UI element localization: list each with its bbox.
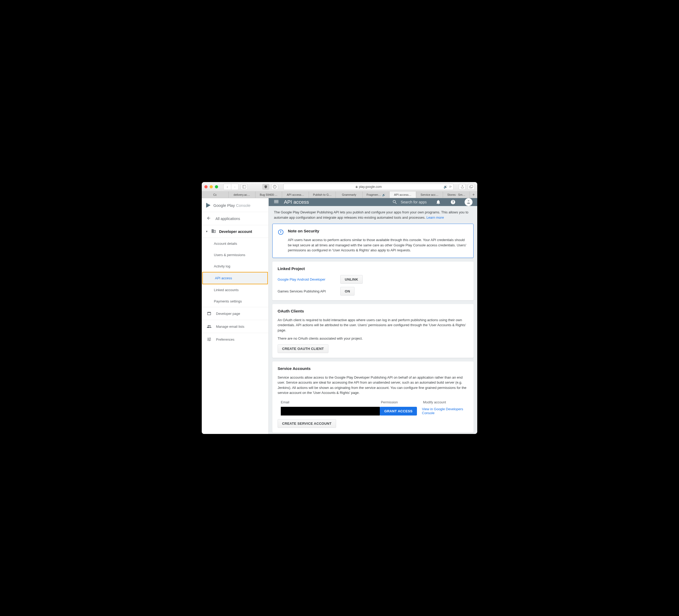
browser-tab[interactable]: Bug 59400:…	[256, 191, 282, 198]
help-icon[interactable]	[450, 199, 456, 205]
browser-tabstrip: Cc delivery.ac… Bug 59400:… API access… …	[202, 191, 477, 198]
people-icon	[206, 324, 212, 329]
svg-rect-7	[471, 185, 473, 187]
tune-icon	[206, 337, 212, 342]
col-permission: Permission	[381, 400, 423, 404]
intro-text: The Google Play Developer Publishing API…	[269, 206, 477, 224]
browser-tab[interactable]: Fragmen…🔊	[363, 191, 390, 198]
safari-window: ‹ › play.google.com 🔊 ⟳	[202, 182, 477, 434]
share-button[interactable]	[459, 184, 466, 190]
sidebar-item-linked-accounts[interactable]: Linked accounts	[202, 284, 268, 296]
service-accounts-card: Service Accounts Service accounts allow …	[272, 362, 474, 433]
address-bar[interactable]: play.google.com 🔊 ⟳	[283, 184, 454, 190]
reload-icon[interactable]: ⟳	[449, 185, 452, 189]
browser-tab[interactable]: Stores · Sm…	[443, 191, 470, 198]
sound-icon[interactable]: 🔊	[444, 185, 448, 189]
app-bar: API access Search for apps	[269, 198, 477, 206]
back-arrow-icon	[206, 216, 211, 221]
main-area: API access Search for apps The Google Pl…	[269, 198, 477, 434]
traffic-lights	[204, 185, 218, 188]
menu-icon[interactable]	[273, 199, 279, 206]
svg-point-11	[467, 201, 468, 202]
minimize-window-button[interactable]	[209, 185, 213, 188]
console-sidebar: Google Play Console All applications ▼ D…	[202, 198, 269, 434]
linked-project-link[interactable]: Google Play Android Developer	[278, 277, 340, 281]
service-account-row: Grant Access View in Google Developers C…	[278, 407, 468, 419]
create-oauth-client-button[interactable]: Create OAuth Client	[278, 344, 328, 353]
browser-tab[interactable]: Cc	[202, 191, 229, 198]
view-in-developers-console-link[interactable]: View in Google Developers Console	[422, 407, 463, 415]
all-applications-label: All applications	[216, 217, 240, 221]
games-api-toggle-button[interactable]: On	[340, 287, 355, 296]
oauth-title: OAuth Clients	[278, 309, 468, 313]
note-body: API users have access to perform actions…	[288, 237, 468, 253]
back-button[interactable]: ‹	[224, 184, 231, 190]
all-applications-link[interactable]: All applications	[202, 212, 268, 225]
brand-text: Google Play Console	[213, 203, 251, 208]
sidebar-item-activity-log[interactable]: Activity log	[202, 260, 268, 272]
info-button[interactable]	[271, 184, 278, 190]
search-icon	[392, 199, 397, 205]
expand-icon: ▼	[205, 230, 208, 233]
grant-access-button[interactable]: Grant Access	[380, 407, 417, 415]
forward-button[interactable]: ›	[231, 184, 238, 190]
oauth-empty: There are no OAuth clients associated wi…	[278, 336, 468, 341]
security-note-card: Note on Security API users have access t…	[272, 224, 474, 258]
note-title: Note on Security	[288, 229, 468, 233]
search-apps[interactable]: Search for apps	[392, 199, 427, 205]
developer-account-header[interactable]: ▼ Developer account	[202, 225, 268, 238]
svg-point-15	[281, 231, 281, 231]
sidebar-item-manage-email[interactable]: Manage email lists	[202, 320, 268, 333]
new-tab-button[interactable]: +	[470, 191, 477, 198]
sidebar-item-preferences[interactable]: Preferences	[202, 333, 268, 346]
page-content: Google Play Console All applications ▼ D…	[202, 198, 477, 434]
browser-tab[interactable]: Grammarly	[336, 191, 363, 198]
browser-tab[interactable]: Service acc…	[416, 191, 443, 198]
domain-icon	[211, 229, 216, 234]
oauth-desc: An OAuth client is required to build int…	[278, 317, 468, 333]
linked-project-card: Linked Project Google Play Android Devel…	[272, 261, 474, 300]
sidebar-item-api-access[interactable]: API access	[202, 272, 268, 284]
search-placeholder: Search for apps	[400, 200, 427, 204]
account-avatar[interactable]	[464, 198, 473, 206]
page-title: API access	[284, 199, 387, 205]
notifications-icon[interactable]	[435, 199, 442, 205]
service-title: Service Accounts	[278, 366, 468, 371]
col-modify: Modify account	[423, 400, 465, 404]
privacy-report-button[interactable]	[262, 184, 269, 190]
maximize-window-button[interactable]	[215, 185, 218, 188]
browser-tab[interactable]: API access…	[282, 191, 309, 198]
browser-titlebar: ‹ › play.google.com 🔊 ⟳	[202, 182, 477, 191]
service-account-email-redacted	[281, 407, 380, 415]
svg-point-12	[470, 201, 470, 202]
svg-rect-0	[243, 185, 246, 188]
games-api-label: Games Services Publishing API	[278, 289, 340, 293]
browser-tab[interactable]: delivery.ac…	[229, 191, 256, 198]
info-icon	[278, 229, 284, 236]
play-console-logo-icon	[205, 202, 211, 208]
url-display: play.google.com	[355, 185, 382, 189]
close-window-button[interactable]	[204, 185, 207, 188]
service-table-header: Email Permission Modify account	[278, 399, 468, 407]
web-page-icon	[206, 311, 212, 316]
oauth-clients-card: OAuth Clients An OAuth client is require…	[272, 304, 474, 358]
sidebar-toggle-button[interactable]	[241, 184, 248, 190]
sidebar-item-users-permissions[interactable]: Users & permissions	[202, 249, 268, 260]
console-brand[interactable]: Google Play Console	[202, 198, 268, 212]
sound-icon[interactable]: 🔊	[382, 193, 385, 196]
sidebar-item-account-details[interactable]: Account details	[202, 238, 268, 249]
browser-tab[interactable]: Publish to G…	[309, 191, 336, 198]
developer-account-label: Developer account	[219, 229, 252, 234]
create-service-account-button[interactable]: Create Service Account	[278, 419, 336, 428]
learn-more-link[interactable]: Learn more	[426, 216, 444, 219]
sidebar-item-developer-page[interactable]: Developer page	[202, 307, 268, 320]
service-desc: Service accounts allow access to the Goo…	[278, 375, 468, 396]
sidebar-item-payments-settings[interactable]: Payments settings	[202, 296, 268, 307]
unlink-button[interactable]: Unlink	[340, 275, 363, 284]
col-email: Email	[281, 400, 381, 404]
linked-project-title: Linked Project	[278, 266, 468, 271]
browser-tab-active[interactable]: API access…	[390, 191, 416, 198]
tabs-button[interactable]	[468, 184, 475, 190]
